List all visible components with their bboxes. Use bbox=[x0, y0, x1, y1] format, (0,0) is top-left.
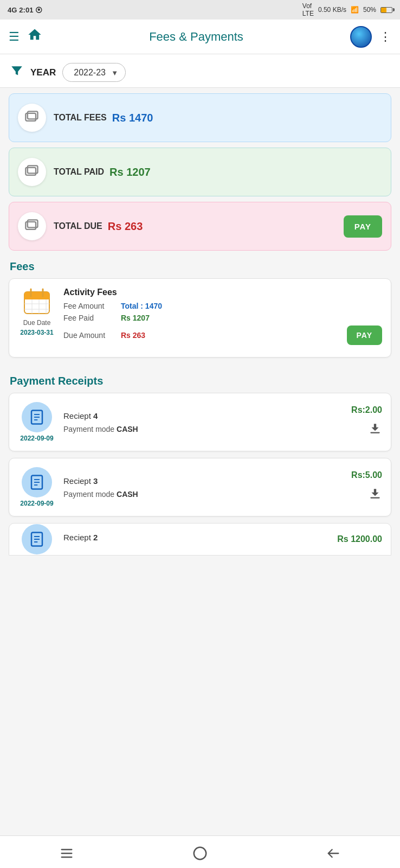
summary-section: TOTAL FEES Rs 1470 TOTAL PAID Rs 1207 TO… bbox=[0, 88, 400, 251]
receipt-card-1: 2022-09-09 Reciept 4 Payment mode CASH R… bbox=[9, 393, 391, 451]
receipt-icon-col-1: 2022-09-09 bbox=[18, 402, 56, 442]
receipt-number-1: Reciept 4 bbox=[63, 411, 344, 420]
receipt-date-2: 2022-09-09 bbox=[20, 500, 53, 507]
receipt-icon-col-3 bbox=[18, 524, 56, 554]
fee-card-title: Activity Fees bbox=[63, 288, 382, 297]
total-fees-card: TOTAL FEES Rs 1470 bbox=[9, 93, 391, 142]
fee-amount-row: Fee Amount Total : 1470 bbox=[63, 302, 382, 310]
bottom-nav-home[interactable] bbox=[133, 845, 267, 861]
year-select[interactable]: 2022-23 2021-22 2020-21 2019-20 bbox=[62, 63, 126, 82]
telegram-icon: ⦿ bbox=[35, 6, 42, 14]
svg-rect-20 bbox=[370, 432, 379, 433]
total-paid-label: TOTAL PAID bbox=[54, 167, 104, 177]
receipt-card-3-partial: Reciept 2 Rs 1200.00 bbox=[9, 523, 391, 556]
due-amount-value: Rs 263 bbox=[121, 331, 145, 340]
more-options-icon[interactable]: ⋮ bbox=[379, 30, 391, 44]
svg-rect-25 bbox=[370, 497, 379, 499]
menu-icon[interactable]: ☰ bbox=[9, 30, 20, 44]
due-date-label: Due Date bbox=[23, 319, 51, 327]
total-due-content: TOTAL DUE Rs 263 bbox=[54, 220, 336, 233]
total-fees-content: TOTAL FEES Rs 1470 bbox=[54, 112, 382, 124]
time: 2:01 bbox=[19, 6, 33, 14]
signal-indicator: 4G bbox=[8, 6, 17, 14]
fee-icon-col: Due Date 2023-03-31 bbox=[18, 288, 56, 348]
total-due-label: TOTAL DUE bbox=[54, 221, 102, 231]
filter-row: YEAR 2022-23 2021-22 2020-21 2019-20 bbox=[0, 54, 400, 88]
status-right: VofLTE 0.50 KB/s 📶 50% bbox=[302, 2, 392, 17]
battery-indicator bbox=[380, 7, 392, 13]
receipt-amount-1: Rs:2.00 bbox=[351, 405, 382, 415]
fees-section: Fees Due Date 2023-03-31 Activity Fees bbox=[0, 251, 400, 358]
receipt-right-2: Rs:5.00 bbox=[351, 470, 382, 504]
receipt-mode-1: Payment mode CASH bbox=[63, 425, 344, 433]
receipt-mode-2: Payment mode CASH bbox=[63, 490, 344, 499]
due-amount-row: Due Amount Rs 263 PAY bbox=[63, 326, 382, 345]
receipt-date-1: 2022-09-09 bbox=[20, 435, 53, 442]
page-title: Fees & Payments bbox=[48, 30, 345, 44]
svg-rect-8 bbox=[24, 296, 49, 299]
receipt-details-2: Reciept 3 Payment mode CASH bbox=[63, 476, 344, 499]
receipt-circle-2 bbox=[22, 467, 52, 497]
receipt-circle-1 bbox=[22, 402, 52, 432]
receipt-amount-2: Rs:5.00 bbox=[351, 470, 382, 480]
receipt-circle-3 bbox=[22, 524, 52, 554]
status-left: 4G 2:01 ⦿ bbox=[8, 6, 42, 14]
avatar[interactable] bbox=[350, 26, 372, 48]
total-fees-icon-circle bbox=[18, 104, 46, 132]
bottom-nav-menu[interactable] bbox=[0, 846, 133, 861]
battery-percent: 50% bbox=[363, 6, 376, 14]
bottom-nav bbox=[0, 835, 400, 868]
lte-indicator: VofLTE bbox=[302, 2, 314, 17]
receipt-number-3: Reciept 2 bbox=[63, 533, 330, 542]
total-paid-icon-circle bbox=[18, 158, 46, 186]
svg-rect-30 bbox=[61, 848, 73, 850]
top-nav: ☰ Fees & Payments ⋮ bbox=[0, 20, 400, 54]
year-select-wrapper[interactable]: 2022-23 2021-22 2020-21 2019-20 bbox=[62, 63, 126, 82]
due-date-value: 2023-03-31 bbox=[20, 329, 53, 336]
receipt-details-1: Reciept 4 Payment mode CASH bbox=[63, 411, 344, 433]
fee-pay-button[interactable]: PAY bbox=[347, 326, 382, 345]
receipts-section-title: Payment Receipts bbox=[0, 365, 400, 393]
year-label: YEAR bbox=[30, 67, 56, 78]
total-due-pay-button[interactable]: PAY bbox=[344, 215, 382, 238]
fee-total-amount: Total : 1470 bbox=[121, 302, 162, 310]
total-paid-amount: Rs 1207 bbox=[109, 166, 151, 178]
total-due-card: TOTAL DUE Rs 263 PAY bbox=[9, 202, 391, 251]
total-fees-label: TOTAL FEES bbox=[54, 113, 107, 123]
total-due-icon-circle bbox=[18, 212, 46, 240]
activity-fees-card: Due Date 2023-03-31 Activity Fees Fee Am… bbox=[9, 278, 391, 358]
receipt-icon-col-2: 2022-09-09 bbox=[18, 467, 56, 507]
receipt-card-2: 2022-09-09 Reciept 3 Payment mode CASH R… bbox=[9, 458, 391, 516]
receipt-amount-3: Rs 1200.00 bbox=[337, 534, 382, 544]
receipt-right-3: Rs 1200.00 bbox=[337, 534, 382, 544]
total-due-amount: Rs 263 bbox=[108, 220, 143, 233]
download-icon-2[interactable] bbox=[368, 487, 382, 504]
total-fees-amount: Rs 1470 bbox=[112, 112, 153, 124]
svg-point-33 bbox=[194, 847, 207, 859]
fee-paid-amount: Rs 1207 bbox=[121, 314, 150, 322]
receipt-details-3: Reciept 2 bbox=[63, 533, 330, 546]
svg-rect-31 bbox=[61, 852, 73, 853]
total-paid-card: TOTAL PAID Rs 1207 bbox=[9, 148, 391, 196]
receipt-number-2: Reciept 3 bbox=[63, 476, 344, 486]
wifi-icon: 📶 bbox=[351, 6, 359, 14]
status-bar: 4G 2:01 ⦿ VofLTE 0.50 KB/s 📶 50% bbox=[0, 0, 400, 20]
receipt-right-1: Rs:2.00 bbox=[351, 405, 382, 439]
svg-rect-32 bbox=[61, 856, 73, 857]
total-paid-content: TOTAL PAID Rs 1207 bbox=[54, 166, 382, 178]
fees-section-title: Fees bbox=[0, 251, 400, 278]
bottom-nav-back[interactable] bbox=[267, 846, 400, 861]
fee-paid-row: Fee Paid Rs 1207 bbox=[63, 314, 382, 322]
calendar-icon bbox=[22, 288, 51, 317]
due-amount-label: Due Amount bbox=[63, 331, 118, 340]
network-speed: 0.50 KB/s bbox=[318, 6, 346, 14]
fee-details: Activity Fees Fee Amount Total : 1470 Fe… bbox=[63, 288, 382, 348]
receipts-section: Payment Receipts 2022-09-09 Reciept 4 Pa… bbox=[0, 365, 400, 556]
fee-paid-label: Fee Paid bbox=[63, 314, 118, 322]
filter-icon bbox=[10, 64, 24, 81]
home-icon[interactable] bbox=[27, 27, 42, 46]
download-icon-1[interactable] bbox=[368, 422, 382, 439]
fee-amount-label: Fee Amount bbox=[63, 302, 118, 310]
